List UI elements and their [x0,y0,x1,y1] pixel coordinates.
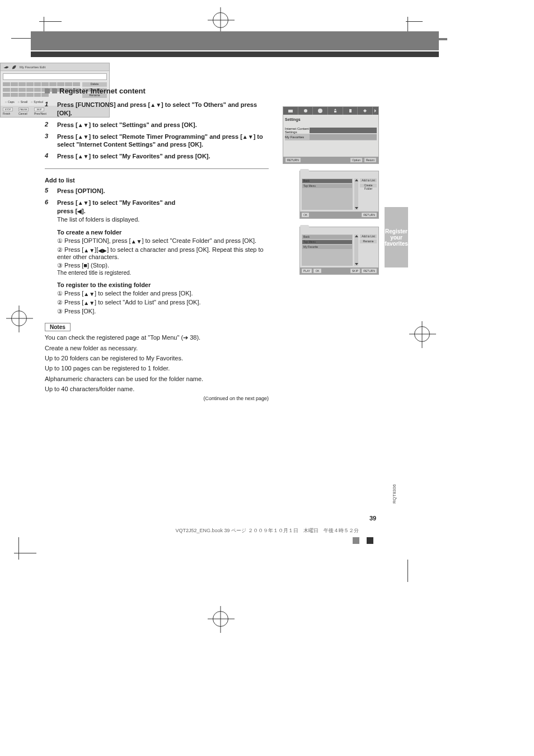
settings-tab-icon [298,107,313,115]
register-target-bottom [213,611,228,627]
page-header-bar-right [414,38,447,40]
subsection-existing-folder: To register to the existing folder ① Pre… [57,281,269,315]
notes-block: Notes You can check the registered page … [45,323,269,393]
settings-foot-btn: Return [364,158,376,162]
svg-rect-0 [288,110,293,112]
step-2: 2 Press [▲▼] to select "Settings" and pr… [45,121,269,129]
leaf-icon [11,64,18,70]
subsection-create-folder: To create a new folder ① Press [OPTION],… [57,229,269,276]
settings-tab-icon [372,107,378,115]
register-target-top [213,12,228,28]
section-title-register-internet: Register Internet content [45,87,269,95]
page-header-underbar [31,51,439,57]
settings-tab-icon [283,107,298,115]
screenshot-folder-ui-b: Back Top Menu My Favorite Add to List Re… [299,227,379,275]
rqt-code: RQT8306 [392,484,397,504]
page-header-bar [31,31,439,50]
svg-rect-3 [349,109,352,112]
step-4: 4 Press [▲▼] to select "My Favorites" an… [45,152,269,161]
svg-point-2 [318,109,322,113]
step-3: 3 Press [▲▼] to select "Remote Timer Pro… [45,133,269,149]
register-target-right [414,326,430,342]
settings-tab-icon [357,107,372,115]
screenshot-folder-ui-a: Back Top Menu Add to List Create Folder … [299,171,379,219]
step-6: 6 Press [▲▼] to select "My Favorites" an… [45,199,269,224]
crop-mark-bl [14,548,48,582]
settings-tab-icon [327,107,343,115]
settings-tab-icon [312,107,327,115]
crop-mark-br [403,560,437,593]
main-content: Register Internet content 1 Press [FUNCT… [45,87,269,401]
side-tab-register-favorites: Register your favorites [385,207,408,267]
bird-icon [3,64,10,70]
printer-mark [353,537,359,544]
settings-tab-icon [343,107,358,115]
printer-mark [367,537,373,544]
keyboard-input [3,73,107,80]
step-1: 1 Press [FUNCTIONS] and press [▲▼] to se… [45,101,269,118]
subtitle-add-to-list: Add to list [45,177,269,184]
screenshot-settings-ui: Settings Internet Content Settings My Fa… [283,106,379,164]
continued-label: (Continued on the next page) [45,396,269,401]
page-number: 39 [369,515,376,522]
divider [45,168,269,169]
register-target-left [11,311,27,326]
page-footer: VQT2J52_ENG.book 39 ページ ２００９年１０月１日 木曜日 午… [0,527,534,534]
settings-foot-btn: Option [350,158,362,162]
svg-point-1 [304,109,307,112]
step-5: 5 Press [OPTION]. [45,187,269,195]
settings-foot-return: RETURN [285,158,301,162]
